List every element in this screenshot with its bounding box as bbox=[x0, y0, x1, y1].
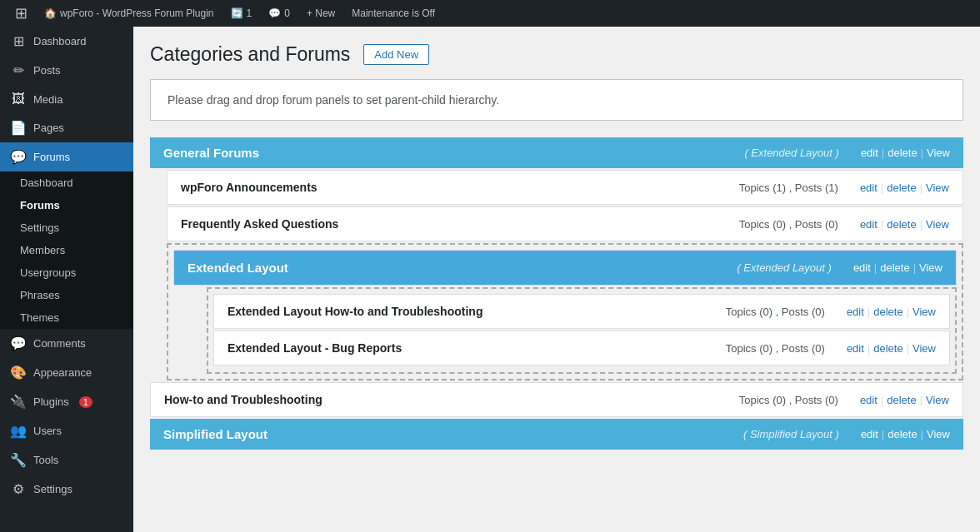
extended-howto-name: Extended Layout How-to and Troubleshooti… bbox=[228, 305, 718, 318]
sidebar-label-plugins: Plugins bbox=[33, 395, 69, 408]
faq-edit[interactable]: edit bbox=[860, 218, 878, 231]
sidebar-item-users[interactable]: 👥 Users bbox=[0, 416, 133, 445]
new-item[interactable]: + New bbox=[300, 0, 342, 27]
faq-meta: Topics (0) , Posts (0) bbox=[739, 218, 838, 231]
announcements-name: wpForo Announcements bbox=[181, 181, 731, 194]
howto-edit[interactable]: edit bbox=[860, 394, 878, 406]
faq-delete[interactable]: delete bbox=[887, 218, 916, 231]
forum-extended-howto: Extended Layout How-to and Troubleshooti… bbox=[213, 294, 950, 329]
sidebar-item-sub-themes[interactable]: Themes bbox=[0, 306, 133, 329]
general-forums-edit[interactable]: edit bbox=[861, 147, 878, 159]
extended-layout-view[interactable]: View bbox=[919, 261, 942, 274]
site-name-item[interactable]: 🏠 wpForo - WordPress Forum Plugin bbox=[38, 0, 221, 27]
sub-members-label: Members bbox=[20, 244, 65, 256]
announcements-meta: Topics (1) , Posts (1) bbox=[739, 181, 838, 194]
extended-bugs-actions: edit | delete | View bbox=[847, 342, 936, 355]
extended-layout-edit[interactable]: edit bbox=[853, 261, 871, 274]
comments-item[interactable]: 💬 0 bbox=[262, 0, 297, 27]
general-forums-name: General Forums bbox=[163, 146, 736, 160]
sidebar-item-sub-usergroups[interactable]: Usergroups bbox=[0, 261, 133, 284]
extended-howto-delete[interactable]: delete bbox=[873, 306, 902, 318]
sidebar-item-sub-phrases[interactable]: Phrases bbox=[0, 284, 133, 306]
sidebar-item-dashboard[interactable]: ⊞ Dashboard bbox=[0, 27, 133, 56]
extended-bugs-view[interactable]: View bbox=[912, 342, 936, 355]
users-icon: 👥 bbox=[10, 423, 27, 439]
sidebar-item-pages[interactable]: 📄 Pages bbox=[0, 113, 133, 142]
extended-layout-children: Extended Layout How-to and Troubleshooti… bbox=[207, 287, 957, 374]
sub-phrases-label: Phrases bbox=[20, 289, 60, 301]
extended-bugs-delete[interactable]: delete bbox=[873, 342, 902, 355]
sidebar-label-appearance: Appearance bbox=[33, 366, 92, 379]
main-content: Categories and Forums Add New Please dra… bbox=[133, 27, 980, 532]
howto-delete[interactable]: delete bbox=[887, 394, 916, 406]
category-extended-layout: Extended Layout ( Extended Layout ) edit… bbox=[173, 250, 957, 286]
sidebar-label-posts: Posts bbox=[33, 64, 61, 77]
howto-actions: edit | delete | View bbox=[860, 394, 949, 406]
simplified-layout-delete[interactable]: delete bbox=[888, 428, 917, 440]
sub-usergroups-label: Usergroups bbox=[20, 266, 76, 279]
forums-submenu: Dashboard Forums Settings Members Usergr… bbox=[0, 172, 133, 329]
sidebar-label-dashboard: Dashboard bbox=[33, 35, 87, 47]
howto-view[interactable]: View bbox=[926, 394, 949, 406]
extended-layout-meta: ( Extended Layout ) bbox=[737, 261, 831, 274]
howto-meta: Topics (0) , Posts (0) bbox=[739, 394, 838, 406]
settings-icon: ⚙ bbox=[10, 481, 27, 497]
announcements-delete[interactable]: delete bbox=[887, 181, 916, 194]
howto-name: How-to and Troubleshooting bbox=[164, 393, 731, 406]
sub-dashboard-label: Dashboard bbox=[20, 177, 73, 189]
general-forums-view[interactable]: View bbox=[927, 147, 950, 159]
extended-bugs-edit[interactable]: edit bbox=[847, 342, 864, 355]
simplified-layout-actions: edit | delete | View bbox=[861, 428, 950, 440]
announcements-edit[interactable]: edit bbox=[860, 181, 878, 194]
media-icon: 🖼 bbox=[10, 92, 27, 107]
maintenance-item[interactable]: Maintenance is Off bbox=[345, 0, 442, 27]
sidebar-item-appearance[interactable]: 🎨 Appearance bbox=[0, 358, 133, 387]
extended-bugs-meta: Topics (0) , Posts (0) bbox=[726, 342, 825, 355]
forum-howto-troubleshooting: How-to and Troubleshooting Topics (0) , … bbox=[150, 382, 963, 417]
comments-icon: 💬 bbox=[268, 7, 281, 19]
sidebar-item-sub-dashboard[interactable]: Dashboard bbox=[0, 172, 133, 194]
sidebar-label-tools: Tools bbox=[33, 454, 58, 466]
faq-view[interactable]: View bbox=[926, 218, 949, 231]
updates-count: 1 bbox=[247, 7, 252, 19]
simplified-layout-view[interactable]: View bbox=[927, 428, 950, 440]
extended-howto-view[interactable]: View bbox=[912, 306, 936, 318]
extended-howto-edit[interactable]: edit bbox=[847, 306, 864, 318]
category-general-forums: General Forums ( Extended Layout ) edit … bbox=[150, 137, 963, 168]
simplified-layout-edit[interactable]: edit bbox=[861, 428, 878, 440]
updates-item[interactable]: 🔄 1 bbox=[224, 0, 259, 27]
announcements-view[interactable]: View bbox=[926, 181, 949, 194]
info-box: Please drag and drop forum panels to set… bbox=[150, 79, 963, 121]
forums-icon: 💬 bbox=[10, 149, 27, 165]
wp-logo-item[interactable]: ⊞ bbox=[8, 0, 34, 27]
sidebar-item-comments[interactable]: 💬 Comments bbox=[0, 329, 133, 358]
appearance-icon: 🎨 bbox=[10, 365, 27, 380]
sidebar-item-media[interactable]: 🖼 Media bbox=[0, 85, 133, 113]
general-forums-delete[interactable]: delete bbox=[888, 147, 917, 159]
sidebar-item-plugins[interactable]: 🔌 Plugins 1 bbox=[0, 387, 133, 416]
add-new-button[interactable]: Add New bbox=[363, 44, 429, 65]
sidebar-item-sub-members[interactable]: Members bbox=[0, 239, 133, 261]
info-text: Please drag and drop forum panels to set… bbox=[168, 93, 499, 107]
home-icon: 🏠 bbox=[44, 7, 57, 19]
admin-bar: ⊞ 🏠 wpForo - WordPress Forum Plugin 🔄 1 … bbox=[0, 0, 980, 27]
maintenance-label: Maintenance is Off bbox=[352, 7, 435, 19]
category-simplified-layout: Simplified Layout ( Simplified Layout ) … bbox=[150, 419, 963, 450]
sub-settings-label: Settings bbox=[20, 221, 59, 234]
new-label: + New bbox=[307, 7, 335, 19]
sidebar-item-settings[interactable]: ⚙ Settings bbox=[0, 475, 133, 504]
faq-actions: edit | delete | View bbox=[860, 218, 949, 231]
sidebar-item-sub-settings[interactable]: Settings bbox=[0, 216, 133, 239]
sidebar-label-pages: Pages bbox=[33, 122, 64, 134]
extended-layout-delete[interactable]: delete bbox=[880, 261, 909, 274]
sidebar-item-tools[interactable]: 🔧 Tools bbox=[0, 445, 133, 475]
sidebar-item-forums[interactable]: 💬 Forums bbox=[0, 142, 133, 172]
forum-extended-bugs: Extended Layout - Bug Reports Topics (0)… bbox=[213, 331, 950, 365]
sidebar-item-posts[interactable]: ✏ Posts bbox=[0, 56, 133, 85]
sidebar-label-media: Media bbox=[33, 93, 62, 106]
pages-icon: 📄 bbox=[10, 120, 27, 136]
sidebar-item-sub-forums[interactable]: Forums bbox=[0, 194, 133, 216]
extended-layout-name: Extended Layout bbox=[188, 261, 728, 275]
extended-howto-meta: Topics (0) , Posts (0) bbox=[726, 306, 825, 318]
sidebar-label-forums: Forums bbox=[33, 151, 70, 163]
